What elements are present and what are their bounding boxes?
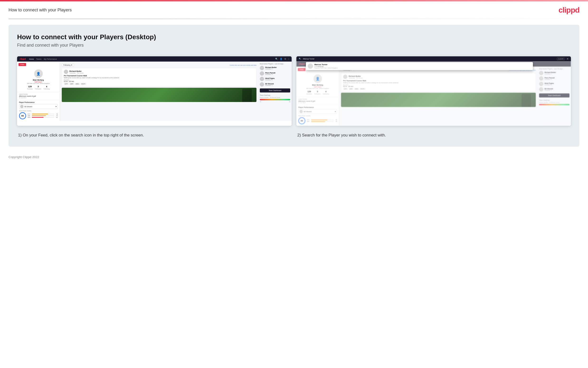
app-ui-2: 🔍 Marcus Turner CLEAR ✕ Marcus Turner 1-… [296, 56, 571, 126]
profile-stats-2: 129 Activities 3 Followers 4 [298, 90, 337, 95]
act-desc: Walking the course with my coach to buil… [64, 77, 254, 78]
app-left-1: Feed 👤 Blair McHarg Golf Coach Mill Ride… [17, 62, 60, 121]
sr-info: Marcus Turner 1-5 Handicap Cypress Point… [315, 64, 337, 69]
nav-my-performance[interactable]: My Performance [44, 58, 57, 60]
close-icon[interactable]: ✕ [567, 57, 569, 60]
tpq-score-2: 84 OTT 79 [298, 117, 337, 124]
ap-name-2: Piers Parnell [265, 72, 275, 74]
search-icon[interactable]: 🔍 [275, 58, 278, 60]
team-heatmap-title-2: Team Heatmap [539, 99, 570, 101]
app-bar-row: APP 70 [27, 115, 58, 117]
profile-club: Mill Ride Golf Club, United Kingdom [19, 83, 58, 84]
player-performance-section-2: Player Performance Eli Vincent ▾ Total P… [296, 105, 339, 126]
arg-fill [32, 117, 44, 118]
app-logo-2: clippd [299, 63, 305, 65]
la-date-2: 27 Jul 2022 [298, 102, 337, 103]
following-stat-2: 4 Following [323, 90, 329, 95]
following-stat: 4 Following [44, 85, 50, 90]
app-fill [32, 115, 46, 116]
step-1-desc: 1) On your Feed, click on the search ico… [17, 132, 292, 138]
ap-name-1: Richard Butler [265, 66, 277, 68]
following-count-2: 4 [323, 90, 329, 93]
tag-putt-2: PUTT [360, 88, 366, 90]
pp-title: Player Performance [19, 101, 58, 103]
team-dashboard-btn[interactable]: Team Dashboard [260, 88, 290, 92]
player-performance-section: Player Performance Eli Vincent ▾ Total P… [17, 100, 60, 121]
nav-teams[interactable]: Teams [36, 58, 42, 60]
tag-app-2: APP [349, 88, 353, 90]
app-num-2: 70 [334, 121, 337, 122]
main-subtitle: Find and connect with your Players [17, 43, 571, 48]
followers-count-2: 3 [315, 90, 321, 93]
search-result-item[interactable]: Marcus Turner 1-5 Handicap Cypress Point… [308, 64, 531, 69]
ap-info-2-1: Richard Butler Activities: 7 [544, 72, 556, 75]
app-right-1: Most Active Players - Last 30 days Richa… [258, 62, 292, 121]
profile-section-2: 👤 Blair McHarg Golf Coach Mill Ride Golf… [296, 73, 339, 97]
clear-btn[interactable]: CLEAR [557, 57, 565, 60]
act-title-2: Pre Tournament Course Walk [343, 80, 534, 82]
sr-avatar [308, 64, 313, 69]
control-link[interactable]: Control who can see your activity and da… [230, 64, 256, 66]
player-select-2: Eli Vincent ▾ [298, 109, 337, 114]
ap-info-3: Hiral Pujara Activities: 3 [265, 77, 274, 81]
act-avatar [64, 70, 68, 74]
ap-activities-2-2: Activities: 4 [544, 79, 554, 80]
activity-image [62, 88, 256, 102]
followers-stat-2: 3 Followers [315, 90, 321, 95]
avatar-icon[interactable]: ○ [288, 58, 289, 60]
ap-info-2-2: Piers Parnell Activities: 4 [544, 77, 554, 80]
search-icon-overlay[interactable]: 🔍 [299, 58, 301, 60]
following-btn[interactable]: Following ▼ [62, 64, 74, 66]
activity-card: Richard Butler Yesterday · The Grove Pre… [62, 68, 256, 87]
ap-activities-2-1: Activities: 7 [544, 73, 556, 75]
app-label-2: APP [307, 121, 311, 122]
search-input[interactable]: Marcus Turner [303, 58, 555, 60]
act-duration-2: 02 hr : 00 min [343, 86, 534, 87]
feed-tab-2: Feed [298, 68, 305, 71]
tpq-label: Total Player Quality [19, 110, 58, 111]
act-name-2: Richard Butler [349, 75, 363, 77]
tag-app: APP [69, 83, 74, 85]
big-score: 84 [19, 112, 26, 119]
ap-avatar-2-2 [539, 76, 543, 81]
app-bar-row-2: APP 70 [307, 121, 337, 122]
profile-name: Blair McHarg [19, 79, 58, 81]
following-label: Following [44, 88, 50, 90]
chevron-down-icon-2: ▾ [335, 110, 336, 113]
active-player-2-2: Piers Parnell Activities: 4 [539, 76, 570, 81]
ap-info-1: Richard Butler Activities: 7 [265, 66, 277, 70]
activities-stat: 129 Activities [27, 85, 33, 90]
arg-num: 61 [55, 117, 58, 118]
app-nav-icons: 🔍 👤 ⚙ ○ [275, 58, 289, 60]
player-select[interactable]: Eli Vincent ▾ [19, 104, 58, 109]
activity-image-2 [341, 93, 536, 107]
ap-name-2-2: Piers Parnell [544, 77, 554, 79]
tag-ott: OTT [64, 83, 69, 85]
screenshots-row: clippd Home Teams My Performance 🔍 👤 ⚙ ○ [17, 56, 571, 126]
ap-avatar-1 [260, 66, 264, 70]
header-divider [9, 19, 579, 19]
app-ui-1: clippd Home Teams My Performance 🔍 👤 ⚙ ○ [17, 56, 292, 121]
search-nav-overlay: 🔍 Marcus Turner CLEAR ✕ [296, 56, 571, 61]
la-label-2: Latest Activity [298, 98, 337, 100]
feed-tab[interactable]: Feed [18, 63, 26, 66]
ap-activities-4: Activities: 1 [265, 85, 274, 86]
nav-home[interactable]: Home [29, 58, 34, 60]
step-2-desc: 2) Search for the Player you wish to con… [296, 132, 571, 138]
player-select-name-2: Eli Vincent [304, 111, 334, 112]
activity-header: Richard Butler Yesterday · The Grove [64, 70, 254, 74]
profile-icon[interactable]: 👤 [280, 58, 282, 60]
app-num: 70 [55, 115, 58, 117]
avatar: 👤 [34, 69, 43, 78]
screenshot-1: clippd Home Teams My Performance 🔍 👤 ⚙ ○ [17, 56, 292, 126]
ap-info-4: Eli Vincent Activities: 1 [265, 83, 274, 86]
profile-role: Golf Coach [19, 81, 58, 83]
screenshot-2: 🔍 Marcus Turner CLEAR ✕ Marcus Turner 1-… [296, 56, 571, 126]
app-nav-1: clippd Home Teams My Performance 🔍 👤 ⚙ ○ [17, 56, 292, 62]
act-desc-2: Walking the course with my coach to buil… [343, 82, 534, 83]
activity-card-2: Richard Butler Yesterday · The Grove Pre… [341, 73, 536, 92]
app-fill-2 [311, 121, 325, 122]
settings-icon[interactable]: ⚙ [284, 58, 286, 60]
ap-avatar-3 [260, 77, 264, 81]
app-track-2 [311, 121, 334, 122]
